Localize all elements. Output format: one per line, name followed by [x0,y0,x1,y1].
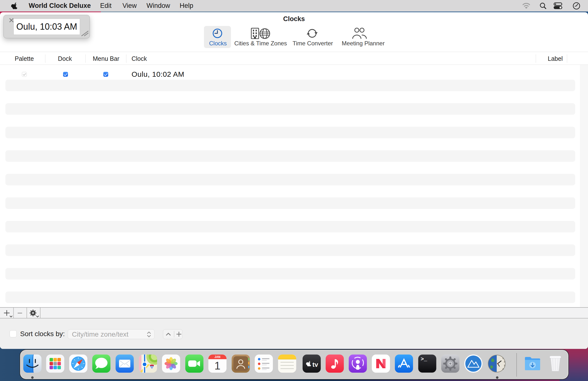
svg-text:280: 280 [150,366,154,368]
svg-text:tv: tv [312,361,318,368]
svg-text:3: 3 [504,364,505,367]
svg-text:4: 4 [502,368,504,370]
svg-text:2: 2 [504,361,505,363]
svg-text:1: 1 [502,357,504,360]
